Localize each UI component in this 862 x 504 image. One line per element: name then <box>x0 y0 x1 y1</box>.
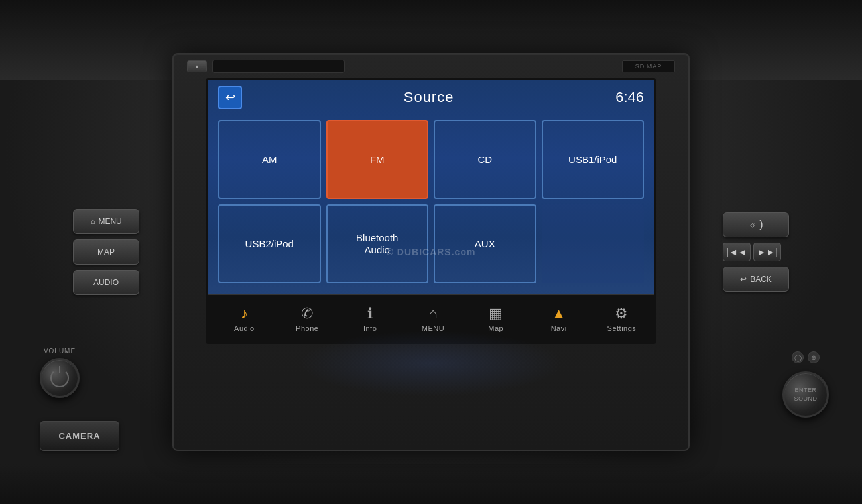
settings-nav-icon: ⚙ <box>615 305 628 322</box>
navi-nav-icon: ▲ <box>552 305 566 322</box>
brightness-button[interactable]: ☼ ) <box>723 212 789 237</box>
skip-forward-button[interactable]: ►►| <box>753 243 781 261</box>
top-slot-area: ▲ SD MAP <box>174 54 688 78</box>
nav-info-label: Info <box>363 324 377 332</box>
right-controls: ☼ ) |◄◄ ►►| ↩ BACK <box>723 212 789 292</box>
nav-phone[interactable]: ✆ Phone <box>284 305 330 332</box>
volume-section: VOLUME <box>40 347 80 398</box>
source-cd-button[interactable]: CD <box>434 120 536 199</box>
navigation-bar: ♪ Audio ✆ Phone ℹ Info ⌂ MENU ▦ Map <box>208 294 656 342</box>
source-fm-button[interactable]: FM <box>326 120 429 199</box>
nav-settings[interactable]: ⚙ Settings <box>598 305 645 332</box>
nav-map-label: Map <box>488 324 503 332</box>
enter-sound-knob[interactable]: ENTER SOUND <box>782 371 829 418</box>
back-small-icon: ↩ <box>740 275 747 284</box>
camera-button[interactable]: CAMERA <box>40 421 119 451</box>
audio-button[interactable]: AUDIO <box>73 270 139 295</box>
map-button[interactable]: MAP <box>73 239 139 265</box>
small-icon-2: ⊕ <box>808 351 820 363</box>
nav-settings-label: Settings <box>607 324 637 332</box>
source-am-button[interactable]: AM <box>218 120 321 199</box>
nav-audio-label: Audio <box>234 324 255 332</box>
source-aux-button[interactable]: AUX <box>434 204 536 283</box>
nav-phone-label: Phone <box>296 324 318 332</box>
car-panel: ⌂ MENU MAP AUDIO VOLUME CAMERA ▲ <box>0 0 862 504</box>
center-unit: ▲ SD MAP ↩ Source 6:46 AM <box>172 53 690 451</box>
media-controls: |◄◄ ►►| <box>723 243 789 261</box>
audio-nav-icon: ♪ <box>241 305 248 322</box>
left-controls: ⌂ MENU MAP AUDIO <box>73 209 139 295</box>
clock-display: 6:46 <box>615 89 644 106</box>
menu-nav-icon: ⌂ <box>428 305 437 322</box>
power-volume-knob[interactable] <box>40 358 80 398</box>
eject-button[interactable]: ▲ <box>187 60 207 72</box>
menu-button[interactable]: ⌂ MENU <box>73 209 139 234</box>
screen-title: Source <box>404 89 454 106</box>
source-empty <box>542 204 645 283</box>
source-bluetooth-button[interactable]: Bluetooth Audio <box>326 204 429 283</box>
cd-slot <box>212 60 345 73</box>
back-small-button[interactable]: ↩ BACK <box>723 267 789 292</box>
skip-back-button[interactable]: |◄◄ <box>723 243 751 261</box>
nav-map[interactable]: ▦ Map <box>473 305 519 332</box>
back-button[interactable]: ↩ <box>218 86 242 109</box>
brightness-icon: ☼ <box>749 220 756 229</box>
source-usb2-button[interactable]: USB2/iPod <box>218 204 321 283</box>
power-icon <box>50 369 69 387</box>
infotainment-screen: ↩ Source 6:46 AM FM CD USB1/iPod <box>206 78 656 344</box>
nav-audio[interactable]: ♪ Audio <box>221 305 267 332</box>
source-usb1-button[interactable]: USB1/iPod <box>542 120 645 199</box>
nav-menu-label: MENU <box>422 324 444 332</box>
skip-back-icon: |◄◄ <box>726 247 747 257</box>
source-grid: AM FM CD USB1/iPod USB2/iPod Bluetooth A… <box>208 115 654 294</box>
nav-menu[interactable]: ⌂ MENU <box>410 305 456 332</box>
map-nav-icon: ▦ <box>489 305 503 322</box>
bottom-strip <box>0 464 862 504</box>
screen-header: ↩ Source 6:46 <box>208 80 654 115</box>
info-nav-icon: ℹ <box>367 305 373 322</box>
volume-label: VOLUME <box>44 347 76 355</box>
nav-navi-label: Navi <box>551 324 567 332</box>
enter-sound-section: ◯ ⊕ ENTER SOUND <box>782 351 829 418</box>
nav-navi[interactable]: ▲ Navi <box>536 305 582 332</box>
nav-info[interactable]: ℹ Info <box>347 305 393 332</box>
small-icon-1: ◯ <box>792 351 804 363</box>
skip-forward-icon: ►►| <box>757 247 777 257</box>
phone-nav-icon: ✆ <box>301 305 313 322</box>
sd-map-slot: SD MAP <box>622 60 675 72</box>
small-icons-row: ◯ ⊕ <box>792 351 820 363</box>
back-arrow-icon: ↩ <box>225 90 235 105</box>
home-icon: ⌂ <box>90 217 95 226</box>
